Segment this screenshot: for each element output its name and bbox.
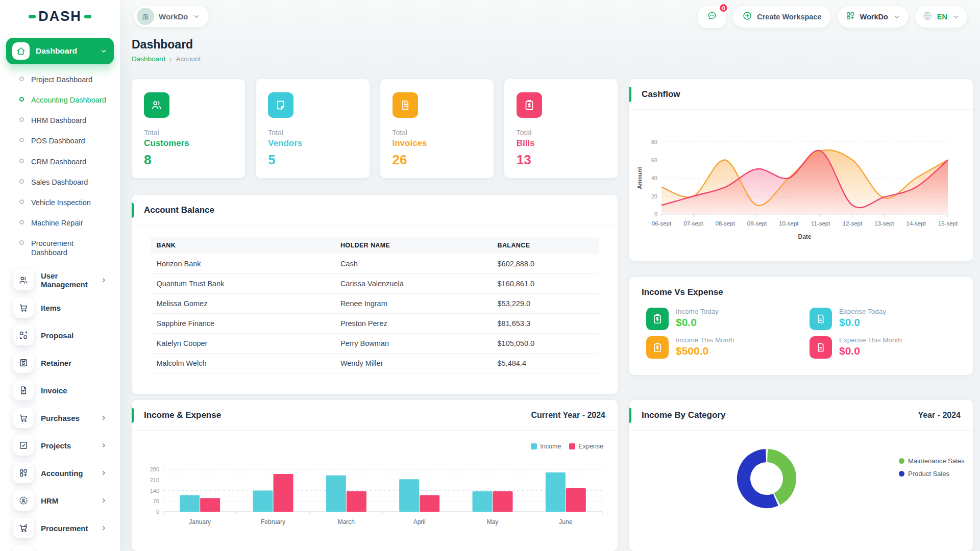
product-legend-dot-icon <box>899 471 904 477</box>
sidebar-item-label: User Management <box>41 271 92 289</box>
account-balance-card: Account Balance BANKHOLDER NAMEBALANCE H… <box>132 195 618 394</box>
maintenance-legend-dot-icon <box>899 458 904 464</box>
income-expense-subtitle: Current Year - 2024 <box>531 411 605 420</box>
workspace-switcher[interactable]: WorkDo <box>134 6 209 27</box>
sidebar-subitem-vehicle-inspection[interactable]: Vehicle Inspection <box>6 192 114 213</box>
income-expense-card: Income & Expense Current Year - 2024 Inc… <box>132 400 618 551</box>
column-header-bank: BANK <box>151 237 334 254</box>
users-icon <box>144 92 169 118</box>
bullet-icon <box>19 199 24 204</box>
income-expense-chart: 070140210280JanuaryFebruaryMarchAprilMay… <box>132 453 618 540</box>
chevron-right-icon <box>100 496 108 505</box>
column-header-holder-name: HOLDER NAME <box>334 237 492 254</box>
ive-item-income-today: Income Today$0.0 <box>646 308 719 330</box>
plus-circle-icon <box>742 11 752 23</box>
check-square-icon <box>13 435 34 456</box>
sidebar-nav: Dashboard Project DashboardAccounting Da… <box>0 33 120 551</box>
svg-text:February: February <box>261 518 285 525</box>
legend-item-product-sales[interactable]: Product Sales <box>899 470 965 478</box>
cell-holder-name: Carissa Valenzuela <box>334 274 492 294</box>
cell-balance: $160,861.0 <box>492 274 599 294</box>
ive-label: Income Today <box>676 308 719 315</box>
sidebar-subitem-procurement-dashboard[interactable]: Procurement Dashboard <box>6 233 114 263</box>
sidebar-item-procurement[interactable]: Procurement <box>6 515 114 541</box>
breadcrumb-root-link[interactable]: Dashboard <box>132 55 165 63</box>
sidebar-subitem-label: CRM Dashboard <box>31 157 86 166</box>
table-header-row: BANKHOLDER NAMEBALANCE <box>151 237 599 254</box>
sidebar-subitem-label: Sales Dashboard <box>31 178 88 187</box>
receipt-icon <box>810 308 832 330</box>
home-icon <box>12 42 30 60</box>
sidebar-item-projects[interactable]: Projects <box>6 432 114 459</box>
sidebar-item-invoice[interactable]: Invoice <box>6 377 114 404</box>
ive-value: $0.0 <box>839 345 902 357</box>
language-selector[interactable]: EN <box>915 6 967 28</box>
svg-text:March: March <box>338 518 355 525</box>
legend-item-income[interactable]: Income <box>531 443 561 450</box>
stat-total-label: Total <box>268 129 357 137</box>
sidebar-subitem-pos-dashboard[interactable]: POS Dashboard <box>6 131 114 151</box>
sidebar-item-retainer[interactable]: Retainer <box>6 349 114 376</box>
svg-text:15-sept: 15-sept <box>938 220 958 227</box>
sidebar-item-user-management[interactable]: User Management <box>6 267 114 293</box>
svg-text:June: June <box>559 518 572 525</box>
stat-card-vendors: TotalVendors5 <box>256 79 369 178</box>
sidebar-subitem-label: Accounting Dashboard <box>31 95 106 105</box>
sidebar-subitem-label: HRM Dashboard <box>31 116 86 125</box>
proposal-grid-icon <box>13 325 34 345</box>
breadcrumb-separator: › <box>169 55 172 63</box>
sidebar-subitem-crm-dashboard[interactable]: CRM Dashboard <box>6 152 114 172</box>
sidebar-item-accounting[interactable]: Accounting <box>6 460 114 486</box>
cell-balance: $5,484.4 <box>492 354 599 373</box>
svg-text:280: 280 <box>150 466 159 472</box>
stat-total-label: Total <box>517 129 605 137</box>
sidebar-subitem-sales-dashboard[interactable]: Sales Dashboard <box>6 172 114 192</box>
svg-text:Date: Date <box>798 233 811 240</box>
table-row: Malcolm WelchWendy Miller$5,484.4 <box>151 354 599 373</box>
clipboard-dollar-icon <box>517 92 542 118</box>
cashflow-title: Cashflow <box>642 89 680 99</box>
sidebar-item-pos[interactable]: POS <box>6 542 114 551</box>
cashflow-card: 02040608006-sept07-sept08-sept09-sept10-… <box>629 79 973 261</box>
note-icon <box>268 92 293 118</box>
workdo-menu-button[interactable]: WorkDo <box>838 6 908 28</box>
sidebar-subitem-label: Machine Repair <box>31 218 83 228</box>
logo-dash-icon <box>84 15 91 18</box>
table-row: Sapphire FinancePreston Perez$81,653.3 <box>151 314 599 334</box>
breadcrumb: Dashboard › Account <box>132 55 201 63</box>
stat-label: Bills <box>517 138 605 148</box>
legend-item-expense[interactable]: Expense <box>569 443 603 450</box>
stat-value: 26 <box>393 152 481 168</box>
svg-text:06-sept: 06-sept <box>652 220 672 227</box>
table-body: Horizon BankCash$602,888.0Quantum Trust … <box>151 254 599 373</box>
sidebar-subitem-hrm-dashboard[interactable]: HRM Dashboard <box>6 110 114 131</box>
ive-item-expense-today: Expense Today$0.0 <box>810 308 886 330</box>
sidebar-subitem-accounting-dashboard[interactable]: Accounting Dashboard <box>6 90 114 110</box>
building-avatar-icon <box>137 8 154 25</box>
sidebar-item-label: HRM <box>41 496 92 505</box>
sidebar-group-dashboard[interactable]: Dashboard <box>6 38 114 64</box>
chevron-down-icon <box>893 13 901 21</box>
sidebar-subitem-machine-repair[interactable]: Machine Repair <box>6 213 114 233</box>
legend-label: Product Sales <box>908 470 949 478</box>
sidebar-item-hrm[interactable]: HRM <box>6 487 114 514</box>
main-area: WorkDo 0 Create Workspace WorkDo <box>120 0 980 551</box>
sidebar-subitem-project-dashboard[interactable]: Project Dashboard <box>6 69 114 90</box>
create-workspace-button[interactable]: Create Workspace <box>733 6 830 28</box>
cell-bank: Horizon Bank <box>151 254 334 274</box>
sidebar-item-proposal[interactable]: Proposal <box>6 322 114 348</box>
messages-button[interactable]: 0 <box>698 6 726 28</box>
bullet-icon <box>19 220 24 224</box>
legend-item-maintenance-sales[interactable]: Maintenance Sales <box>899 457 965 465</box>
app-logo[interactable]: DASH <box>0 0 120 33</box>
sidebar-item-items[interactable]: Items <box>6 294 114 321</box>
bullet-icon <box>19 138 24 142</box>
sidebar-item-purchases[interactable]: Purchases <box>6 405 114 431</box>
bullet-icon <box>19 97 24 102</box>
language-label: EN <box>937 13 947 21</box>
chevron-right-icon <box>100 414 108 422</box>
table-row: Melissa GomezRenee Ingram$53,229.0 <box>151 294 599 314</box>
svg-text:14-sept: 14-sept <box>906 220 926 227</box>
svg-text:0: 0 <box>156 509 159 515</box>
sidebar-item-label: Purchases <box>41 414 92 422</box>
